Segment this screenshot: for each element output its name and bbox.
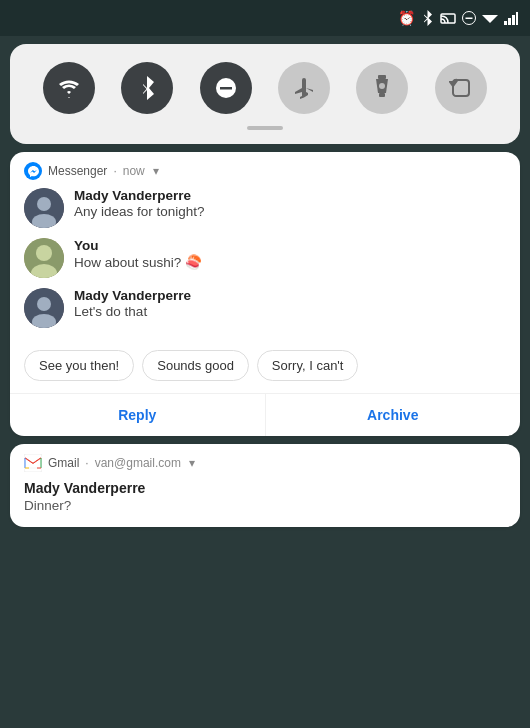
message-content-2: You How about sushi? 🍣 (74, 238, 202, 270)
message-content-3: Mady Vanderperre Let's do that (74, 288, 191, 319)
messenger-time: now (123, 164, 145, 178)
quick-settings-icons (30, 62, 500, 114)
gmail-sender: Mady Vanderperre (24, 480, 506, 496)
alarm-icon: ⏰ (398, 10, 415, 26)
signal-icon (504, 12, 518, 25)
status-bar: ⏰ (0, 0, 530, 36)
gmail-account: van@gmail.com (95, 456, 181, 470)
message-sender-1: Mady Vanderperre (74, 188, 205, 203)
svg-rect-9 (220, 87, 232, 90)
gmail-header: Gmail · van@gmail.com ▾ (10, 444, 520, 476)
message-text-1: Any ideas for tonight? (74, 204, 205, 219)
gmail-app-icon (24, 454, 42, 472)
messenger-messages: Mady Vanderperre Any ideas for tonight? … (10, 184, 520, 346)
message-row-1: Mady Vanderperre Any ideas for tonight? (24, 188, 506, 228)
message-row-2: You How about sushi? 🍣 (24, 238, 506, 278)
cast-icon (440, 11, 456, 25)
drag-handle (247, 126, 283, 130)
quick-replies: See you then! Sounds good Sorry, I can't (10, 346, 520, 393)
svg-rect-2 (466, 18, 473, 20)
quick-reply-see-you[interactable]: See you then! (24, 350, 134, 381)
messenger-app-icon (24, 162, 42, 180)
notif-separator: · (113, 164, 116, 178)
gmail-app-name: Gmail (48, 456, 79, 470)
bluetooth-toggle[interactable] (121, 62, 173, 114)
wifi-icon (482, 12, 498, 25)
message-content-1: Mady Vanderperre Any ideas for tonight? (74, 188, 205, 219)
svg-rect-6 (512, 15, 515, 25)
gmail-body: Mady Vanderperre Dinner? (10, 476, 520, 527)
gmail-chevron-icon[interactable]: ▾ (189, 456, 195, 470)
message-sender-2: You (74, 238, 202, 253)
flashlight-toggle[interactable] (356, 62, 408, 114)
dnd-toggle[interactable] (200, 62, 252, 114)
messenger-app-name: Messenger (48, 164, 107, 178)
quick-reply-sorry[interactable]: Sorry, I can't (257, 350, 359, 381)
svg-point-16 (37, 197, 51, 211)
quick-reply-sounds-good[interactable]: Sounds good (142, 350, 249, 381)
svg-marker-3 (482, 15, 498, 23)
svg-marker-14 (450, 82, 456, 86)
reply-button[interactable]: Reply (10, 394, 266, 436)
message-text-2: How about sushi? 🍣 (74, 254, 202, 270)
quick-settings-panel (10, 44, 520, 144)
dnd-icon (462, 11, 476, 25)
wifi-toggle[interactable] (43, 62, 95, 114)
gmail-subject: Dinner? (24, 498, 506, 513)
messenger-header: Messenger · now ▾ (10, 152, 520, 184)
airplane-toggle[interactable] (278, 62, 330, 114)
svg-point-19 (36, 245, 52, 261)
messenger-actions: Reply Archive (10, 393, 520, 436)
gmail-notification: Gmail · van@gmail.com ▾ Mady Vanderperre… (10, 444, 520, 527)
message-text-3: Let's do that (74, 304, 191, 319)
you-avatar (24, 238, 64, 278)
svg-rect-5 (508, 18, 511, 25)
archive-button[interactable]: Archive (266, 394, 521, 436)
mady-avatar-2 (24, 288, 64, 328)
svg-rect-11 (379, 93, 385, 97)
message-sender-3: Mady Vanderperre (74, 288, 191, 303)
svg-rect-7 (516, 12, 518, 25)
svg-rect-4 (504, 21, 507, 25)
messenger-chevron-icon[interactable]: ▾ (153, 164, 159, 178)
notifications-list: Messenger · now ▾ Mady Vanderperre Any i… (10, 152, 520, 527)
mady-avatar-1 (24, 188, 64, 228)
svg-rect-10 (378, 75, 386, 79)
messenger-notification: Messenger · now ▾ Mady Vanderperre Any i… (10, 152, 520, 436)
message-row-3: Mady Vanderperre Let's do that (24, 288, 506, 328)
svg-point-22 (37, 297, 51, 311)
svg-point-12 (379, 83, 385, 89)
rotate-toggle[interactable] (435, 62, 487, 114)
gmail-separator: · (85, 456, 88, 470)
bluetooth-icon (421, 10, 434, 26)
